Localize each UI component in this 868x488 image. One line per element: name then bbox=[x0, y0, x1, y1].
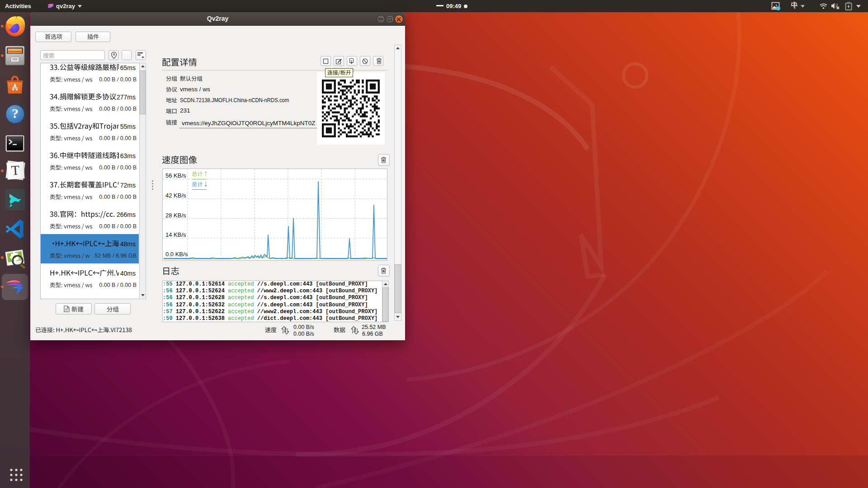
svg-text:T: T bbox=[11, 162, 20, 178]
svg-text:?: ? bbox=[12, 106, 19, 121]
